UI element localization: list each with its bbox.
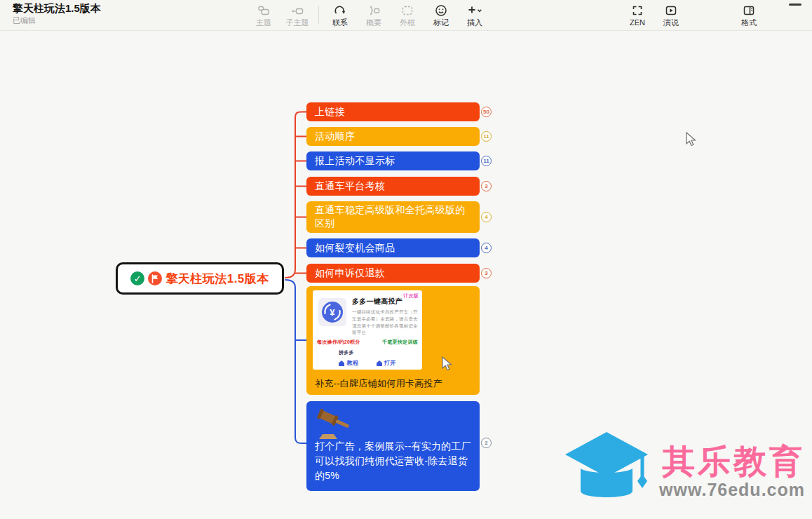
toolbar-item-label: 演说: [663, 18, 679, 27]
topic-label: 直通车平台考核: [315, 180, 385, 193]
insert-plus-icon: [466, 4, 483, 18]
check-marker-icon[interactable]: ✓: [130, 271, 144, 285]
toolbar-item-zen[interactable]: ZEN: [621, 1, 654, 27]
collapse-badge[interactable]: 50: [481, 107, 492, 117]
mouse-cursor: [442, 356, 454, 375]
toolbar-item-insert[interactable]: 插入: [458, 1, 492, 27]
collapse-badge[interactable]: 2: [481, 438, 492, 448]
collapse-badge[interactable]: 11: [481, 156, 492, 166]
toolbar-divider: [318, 6, 319, 24]
flag-marker-icon[interactable]: [148, 271, 162, 285]
topic-label: 如何裂变机会商品: [315, 242, 395, 255]
yuan-symbol: ¥: [330, 307, 335, 318]
summary-icon: [367, 4, 381, 18]
collapse-badge[interactable]: 4: [481, 212, 492, 222]
toolbar-item-label: 主题: [256, 18, 271, 27]
subtopic-icon: [290, 4, 304, 18]
topic-label: 活动顺序: [315, 130, 355, 143]
topic-label: 报上活动不显示标: [315, 155, 395, 168]
toolbar-item-label: 格式: [741, 18, 757, 27]
home-icon: [377, 360, 382, 366]
mouse-cursor: [686, 132, 698, 150]
toolbar-item-label: 联系: [332, 18, 348, 27]
topic-node[interactable]: 报上活动不显示标: [306, 151, 480, 170]
topic-label: 补充--白牌店铺如何用卡高投产: [315, 377, 442, 390]
minimize-button[interactable]: [789, 4, 801, 6]
document-title: 擎天柱玩法1.5版本: [13, 2, 101, 15]
topic-node[interactable]: 活动顺序: [306, 127, 480, 146]
watermark-brand: 其乐教育: [662, 444, 805, 478]
topic-node[interactable]: 直通车稳定高级版和全托高级版的区别: [306, 201, 480, 233]
card-description: 一键持续优化卡高投产开车（开车老手必看）全套路，请点击去顶您第十个调整邮价各项标…: [352, 309, 419, 336]
toolbar: 擎天柱玩法1.5版本 已编辑 主题 子主题: [0, 0, 812, 31]
watermark-url: www.76edu.com: [659, 480, 805, 500]
toolbar-item-label: 插入: [467, 18, 482, 27]
topic-node[interactable]: 如何申诉仅退款: [306, 264, 480, 283]
topic-node[interactable]: 直通车平台考核: [306, 177, 480, 196]
card-green-note: 千笔更快定训练: [382, 339, 418, 346]
app-icon: ¥: [318, 298, 346, 326]
collapse-badge[interactable]: 11: [481, 131, 492, 142]
topic-node-with-image[interactable]: 计次版 ¥ 多多一键高投产 一键持续优化卡高投产开车（开车老手必看）全套路，请点…: [306, 286, 480, 395]
document-status: 已编辑: [13, 16, 101, 26]
home-icon: [339, 360, 344, 366]
card-tutorial-button[interactable]: 教程: [339, 359, 358, 367]
topic-label: 打个广告，案例展示--有实力的工厂可以找我们纯佣代运营收-除去退货的5%: [315, 439, 473, 483]
toolbar-item-presentation[interactable]: 演说: [654, 1, 688, 27]
card-title: 多多一键高投产: [352, 297, 402, 306]
topic-node-ad[interactable]: 打个广告，案例展示--有实力的工厂可以找我们纯佣代运营收-除去退货的5%: [306, 401, 480, 491]
card-open-button[interactable]: 打开: [377, 359, 396, 367]
topic-label: 如何申诉仅退款: [315, 267, 385, 280]
topic-node[interactable]: 上链接: [306, 102, 480, 121]
card-tutorial-label: 教程: [346, 359, 358, 367]
format-panel-icon: [742, 4, 756, 18]
topic-label: 直通车稳定高级版和全托高级版的区别: [315, 203, 471, 230]
toolbar-item-marker[interactable]: 标记: [424, 1, 458, 27]
toolbar-item-topic[interactable]: 主题: [247, 1, 280, 27]
toolbar-item-label: 标记: [433, 18, 449, 27]
marker-smiley-icon: [434, 4, 448, 18]
collapse-badge[interactable]: 4: [481, 243, 492, 253]
zen-mode-icon: [630, 4, 644, 18]
toolbar-item-label: ZEN: [630, 18, 645, 27]
graduation-cap-icon: [564, 431, 649, 513]
card-platform-label: 拼多多: [339, 349, 354, 356]
card-open-label: 打开: [384, 359, 396, 367]
gavel-icon: [316, 408, 354, 443]
toolbar-item-summary[interactable]: 概要: [357, 1, 391, 27]
topic-label: 上链接: [315, 106, 345, 119]
toolbar-item-boundary[interactable]: 外框: [391, 1, 424, 27]
toolbar-item-subtopic[interactable]: 子主题: [280, 1, 314, 27]
relationship-icon: [333, 4, 347, 18]
collapse-badge[interactable]: 3: [481, 268, 492, 278]
card-red-note: 每次操作/约20积分: [317, 339, 360, 346]
topic-icon: [257, 4, 271, 18]
collapse-badge[interactable]: 3: [481, 181, 492, 191]
document-info: 擎天柱玩法1.5版本 已编辑: [13, 2, 101, 26]
toolbar-item-label: 外框: [400, 18, 415, 27]
watermark: 其乐教育 www.76edu.com: [564, 431, 805, 513]
toolbar-item-label: 子主题: [286, 18, 309, 27]
presentation-play-icon: [664, 4, 678, 18]
boundary-icon: [400, 4, 414, 18]
root-topic-label: 擎天柱玩法1.5版本: [165, 271, 269, 287]
card-ribbon: 计次版: [403, 292, 419, 299]
topic-node[interactable]: 如何裂变机会商品: [306, 238, 480, 257]
root-topic[interactable]: ✓ 擎天柱玩法1.5版本: [116, 262, 284, 295]
toolbar-item-format[interactable]: 格式: [732, 1, 766, 27]
toolbar-item-relationship[interactable]: 联系: [323, 1, 357, 27]
toolbar-item-label: 概要: [366, 18, 381, 27]
embedded-screenshot: 计次版 ¥ 多多一键高投产 一键持续优化卡高投产开车（开车老手必看）全套路，请点…: [313, 290, 422, 370]
